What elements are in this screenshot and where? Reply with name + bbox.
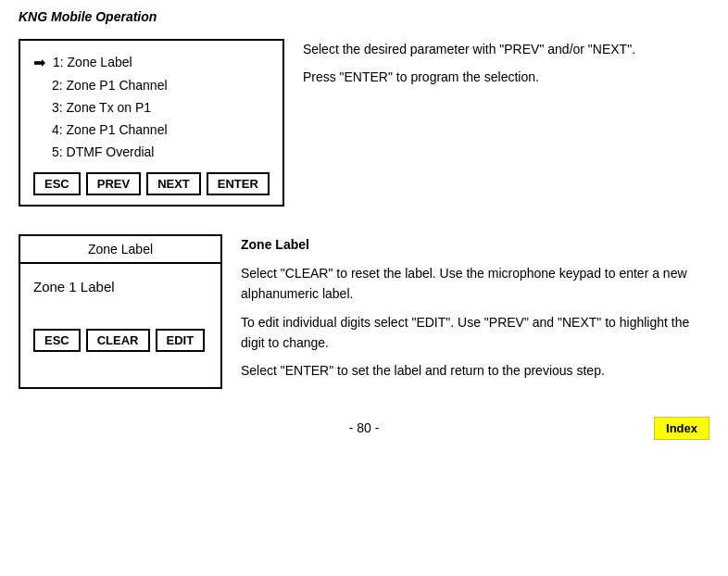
section-2-desc-line-2: To edit individual digits select "EDIT".…	[241, 312, 709, 354]
zone-panel-content: Zone 1 Label	[20, 264, 220, 319]
page-number: - 80 -	[249, 420, 480, 435]
page-title: KNG Mobile Operation	[19, 9, 709, 24]
enter-button-1[interactable]: ENTER	[207, 172, 270, 195]
edit-button[interactable]: EDIT	[156, 329, 206, 352]
section-2-desc-line-1: Select "CLEAR" to reset the label. Use t…	[241, 263, 709, 305]
menu-item-3: 3: Zone Tx on P1	[33, 97, 270, 119]
zone-label-title: Zone Label	[241, 234, 709, 255]
zone-panel-buttons: ESC CLEAR EDIT	[20, 319, 220, 363]
section-2: Zone Label Zone 1 Label ESC CLEAR EDIT Z…	[19, 234, 709, 388]
zone-panel-header: Zone Label	[20, 236, 220, 264]
section-2-desc-line-3: Select "ENTER" to set the label and retu…	[241, 360, 709, 381]
section-1: ➡ 1: Zone Label 2: Zone P1 Channel 3: Zo…	[19, 39, 709, 207]
menu-item-5: 5: DTMF Overdial	[33, 142, 270, 164]
menu-panel: ➡ 1: Zone Label 2: Zone P1 Channel 3: Zo…	[19, 39, 284, 207]
menu-item-2: 2: Zone P1 Channel	[33, 75, 270, 97]
selected-arrow: ➡	[33, 50, 45, 75]
next-button-1[interactable]: NEXT	[146, 172, 201, 195]
menu-panel-buttons: ESC PREV NEXT ENTER	[33, 172, 270, 195]
section-1-desc-line-1: Select the desired parameter with "PREV"…	[303, 39, 709, 59]
menu-list: ➡ 1: Zone Label 2: Zone P1 Channel 3: Zo…	[33, 50, 270, 163]
zone-label-panel: Zone Label Zone 1 Label ESC CLEAR EDIT	[19, 234, 222, 388]
section-1-desc-line-2: Press "ENTER" to program the selection.	[303, 67, 709, 87]
esc-button-1[interactable]: ESC	[33, 172, 81, 195]
index-button[interactable]: Index	[654, 417, 709, 440]
section-2-description: Zone Label Select "CLEAR" to reset the l…	[241, 234, 709, 388]
bottom-row: - 80 - Index	[19, 417, 709, 440]
prev-button-1[interactable]: PREV	[86, 172, 141, 195]
section-1-description: Select the desired parameter with "PREV"…	[303, 39, 709, 207]
esc-button-2[interactable]: ESC	[33, 329, 81, 352]
menu-item-1: ➡ 1: Zone Label	[33, 50, 270, 75]
clear-button[interactable]: CLEAR	[86, 329, 150, 352]
menu-item-4: 4: Zone P1 Channel	[33, 119, 270, 142]
